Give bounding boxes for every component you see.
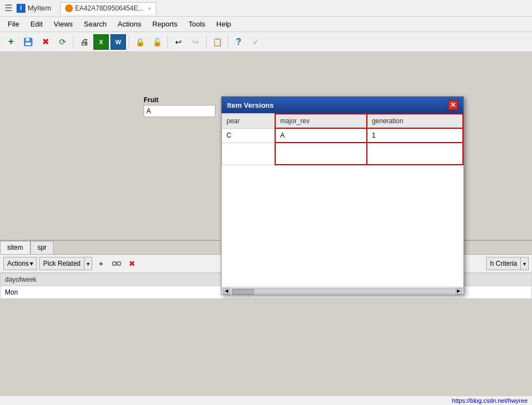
cell-pear: C	[222, 128, 276, 143]
item-versions-dialog: Item Versions ✕ pear major_rev generatio…	[221, 96, 464, 295]
check-button[interactable]: ✓	[248, 34, 264, 50]
lock-button[interactable]: 🔒	[132, 34, 148, 50]
criteria-btn[interactable]: h Criteria ▾	[486, 257, 529, 270]
main-area: Fruit Apple Pear Item Versions ✕ pear	[0, 52, 532, 240]
save-button[interactable]	[20, 34, 36, 50]
tab-sitem[interactable]: sitem	[0, 241, 30, 254]
dialog-overlay: Item Versions ✕ pear major_rev generatio…	[221, 96, 464, 295]
menu-bar: File Edit Views Search Actions Reports T…	[0, 17, 532, 32]
toolbar-sep-3	[167, 35, 168, 49]
refresh-button[interactable]: ⟳	[55, 34, 70, 50]
actions-dropdown-btn[interactable]: Actions ▾	[3, 257, 37, 270]
menu-edit[interactable]: Edit	[25, 18, 48, 30]
actions-label: Actions	[7, 260, 29, 267]
col-pear-header: pear	[222, 114, 276, 128]
criteria-label: h Criteria	[487, 259, 520, 269]
link-button[interactable]	[110, 257, 123, 270]
app-name-label: MyItem	[28, 4, 51, 12]
add-row-button[interactable]: +	[94, 257, 108, 270]
toolbar-sep-5	[228, 35, 228, 49]
redo-button[interactable]: ↪	[188, 34, 203, 50]
delete-button[interactable]: ✖	[38, 34, 53, 50]
field-fruit-label: Fruit	[144, 96, 215, 104]
col-dayofweek-header: dayofweek	[1, 273, 249, 286]
dialog-title: Item Versions	[227, 101, 274, 109]
dialog-empty-space	[222, 165, 463, 287]
empty-cell-1	[222, 143, 276, 165]
dialog-empty-row	[222, 143, 463, 165]
toolbar-sep-4	[206, 35, 207, 49]
scrollbar-right-arrow[interactable]: ▶	[455, 288, 462, 294]
scrollbar-track[interactable]	[231, 288, 454, 294]
col-major-rev-header[interactable]: major_rev	[275, 114, 367, 128]
toolbar: + ✖ ⟳ 🖨 X W 🔒 🔓 ↩ ↪ 📋 ? ✓	[0, 32, 532, 52]
tab-close-btn[interactable]: ×	[148, 6, 151, 12]
field-fruit-input[interactable]	[144, 105, 215, 117]
menu-reports[interactable]: Reports	[147, 18, 183, 30]
menu-help[interactable]: Help	[211, 18, 237, 30]
menu-search[interactable]: Search	[78, 18, 112, 30]
app-title: I MyItem	[17, 4, 51, 13]
scrollbar-left-arrow[interactable]: ◀	[223, 288, 230, 294]
svg-rect-3	[113, 262, 116, 265]
dialog-table: pear major_rev generation C A 1	[222, 113, 463, 165]
dialog-content: pear major_rev generation C A 1	[222, 113, 463, 294]
dialog-title-bar: Item Versions ✕	[222, 97, 463, 113]
cell-dayofweek-0: Mon	[1, 286, 249, 299]
delete-row-button[interactable]: ✖	[125, 257, 139, 270]
dialog-close-button[interactable]: ✕	[448, 100, 458, 110]
field-fruit: Fruit	[144, 96, 215, 117]
svg-rect-4	[117, 262, 120, 265]
pick-related-btn[interactable]: Pick Related ▾	[39, 257, 92, 270]
svg-rect-2	[25, 43, 31, 45]
app-icon: I	[17, 4, 25, 13]
dialog-horizontal-scrollbar[interactable]: ◀ ▶	[222, 287, 463, 294]
pick-related-label: Pick Related	[40, 259, 83, 269]
tab-item-ea42[interactable]: EA42A78D9506454E... ×	[60, 2, 156, 14]
menu-file[interactable]: File	[2, 18, 25, 30]
copy-button[interactable]: 📋	[209, 34, 225, 50]
menu-actions[interactable]: Actions	[112, 18, 147, 30]
toolbar-sep-2	[129, 35, 129, 49]
dialog-table-row: C A 1	[222, 128, 463, 143]
unlock-button[interactable]: 🔓	[149, 34, 165, 50]
empty-cell-3	[367, 143, 463, 165]
toolbar-sep-1	[73, 35, 73, 49]
undo-button[interactable]: ↩	[171, 34, 186, 50]
criteria-arrow-icon[interactable]: ▾	[520, 257, 528, 270]
col-generation-header[interactable]: generation	[367, 114, 463, 128]
word-button[interactable]: W	[110, 34, 126, 50]
menu-tools[interactable]: Tools	[183, 18, 210, 30]
dialog-table-header-row: pear major_rev generation	[222, 114, 463, 128]
tab-spr[interactable]: spr	[30, 241, 54, 254]
scrollbar-thumb[interactable]	[232, 289, 254, 294]
tab-icon	[65, 4, 73, 12]
cell-major-rev: A	[275, 128, 367, 143]
excel-button[interactable]: X	[93, 34, 109, 50]
menu-views[interactable]: Views	[48, 18, 78, 30]
title-bar: ☰ I MyItem EA42A78D9506454E... ×	[0, 0, 532, 17]
empty-cell-2	[275, 143, 367, 165]
tab-label: EA42A78D9506454E...	[75, 4, 144, 12]
print-button[interactable]: 🖨	[76, 34, 92, 50]
actions-arrow-icon: ▾	[30, 260, 33, 267]
hamburger-menu[interactable]: ☰	[4, 3, 12, 13]
pick-related-arrow-icon[interactable]: ▾	[84, 257, 92, 270]
cell-generation: 1	[367, 128, 463, 143]
tab-group: EA42A78D9506454E... ×	[60, 2, 156, 14]
svg-rect-1	[26, 38, 29, 41]
add-button[interactable]: +	[3, 34, 19, 50]
help-button[interactable]: ?	[231, 34, 246, 50]
